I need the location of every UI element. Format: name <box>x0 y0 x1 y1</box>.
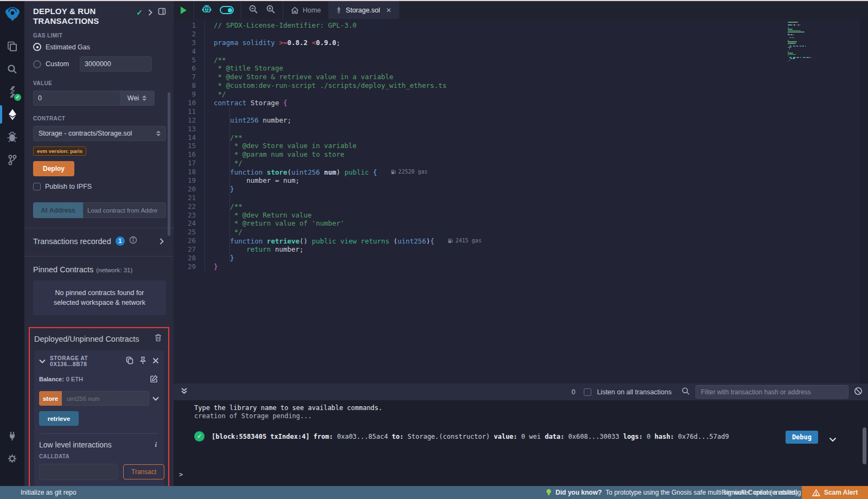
terminal-prompt[interactable]: > <box>179 471 183 478</box>
expand-args-icon[interactable] <box>152 396 159 401</box>
tab-home[interactable]: Home <box>283 1 328 19</box>
panel-title: DEPLOY & RUN TRANSACTIONS <box>33 7 99 26</box>
solidity-compiler-icon[interactable]: ✓ <box>0 80 24 103</box>
line-number: 19 <box>174 176 205 185</box>
search-icon[interactable] <box>0 57 24 80</box>
code-line: 22 /** <box>174 202 482 211</box>
calldata-input[interactable] <box>39 464 118 480</box>
line-number: 4 <box>174 47 205 56</box>
line-number: 13 <box>174 125 205 133</box>
remix-ide-window: ✓ DEPLOY & RUN TRANSACTIONS ✓ <box>0 0 868 499</box>
line-number: 28 <box>174 254 205 263</box>
retrieve-function-button[interactable]: retrieve <box>39 411 79 426</box>
zoom-out-icon[interactable] <box>248 4 258 16</box>
calldata-label: CALLDATA <box>39 453 159 459</box>
code-line: 17 */ <box>174 159 482 168</box>
plugin-manager-icon[interactable] <box>0 424 24 447</box>
unit-stepper-icon <box>142 95 146 101</box>
estimated-gas-radio[interactable]: Estimated Gas <box>33 43 166 51</box>
settings-gear-icon[interactable] <box>0 447 24 470</box>
value-unit-select[interactable]: Wei <box>120 91 155 106</box>
trash-icon[interactable] <box>155 334 162 344</box>
transact-button[interactable]: Transact <box>123 464 164 479</box>
at-address-button[interactable]: At Address <box>33 202 83 218</box>
git-init-button[interactable]: Initialize as git repo <box>0 489 76 496</box>
close-instance-icon[interactable] <box>152 356 159 366</box>
debugger-icon[interactable] <box>0 126 24 149</box>
code-line: 14 /** <box>174 133 482 142</box>
zoom-in-icon[interactable] <box>266 4 276 16</box>
divider <box>24 228 174 228</box>
ai-copilot-robot-icon[interactable] <box>201 4 212 17</box>
file-explorer-icon[interactable] <box>0 35 24 57</box>
code-line: 6 * @title Storage <box>174 64 482 73</box>
copilot-status[interactable]: RemixAI Copilot (enabled) <box>722 489 797 496</box>
debug-button[interactable]: Debug <box>786 431 818 444</box>
clear-filter-icon[interactable] <box>854 387 863 398</box>
collapse-terminal-icon[interactable] <box>181 387 188 397</box>
line-number: 25 <box>174 228 205 236</box>
publish-ipfs-row[interactable]: Publish to IPFS <box>33 183 166 190</box>
balance-label: Balance: <box>39 376 64 382</box>
store-arg-input[interactable] <box>62 391 149 406</box>
deploy-and-run-icon[interactable] <box>0 103 24 126</box>
code-line: 8 * @custom:dev-run-script ./scripts/dep… <box>174 81 482 90</box>
line-number: 5 <box>174 56 205 65</box>
line-number: 2 <box>174 30 205 39</box>
pin-panel-icon[interactable] <box>158 8 166 17</box>
line-number: 6 <box>174 64 205 73</box>
custom-gas-radio[interactable] <box>33 60 41 68</box>
remix-logo-icon[interactable] <box>0 1 24 27</box>
panel-expand-icon[interactable] <box>148 9 152 16</box>
code-line: 5/** <box>174 56 482 65</box>
value-input[interactable] <box>33 91 120 106</box>
listen-all-checkbox[interactable] <box>584 388 591 396</box>
code-line: 25 */ <box>174 228 482 236</box>
contract-label: CONTRACT <box>33 116 166 121</box>
git-icon[interactable] <box>0 149 24 171</box>
filter-transactions-input[interactable] <box>695 385 848 399</box>
chevron-right-icon[interactable] <box>159 238 164 245</box>
line-number: 11 <box>174 107 205 116</box>
store-function-button[interactable]: store <box>39 391 62 406</box>
tx-summary: [block:5583405 txIndex:4] from: 0xa03...… <box>212 433 729 440</box>
contract-select[interactable]: Storage - contracts/Storage.sol <box>33 126 166 141</box>
copy-address-icon[interactable] <box>126 356 133 367</box>
publish-ipfs-checkbox[interactable] <box>33 183 41 190</box>
line-number: 10 <box>174 99 205 107</box>
terminal-message: Type the library name to see available c… <box>174 400 868 412</box>
tab-storage-sol[interactable]: Storage.sol ✕ <box>328 1 399 19</box>
at-address-input[interactable]: Load contract from Addre <box>83 202 166 218</box>
pin-instance-icon[interactable] <box>139 356 146 367</box>
expand-tx-icon[interactable] <box>829 434 837 444</box>
minimap[interactable] <box>788 22 821 62</box>
code-editor[interactable]: 1// SPDX-License-Identifier: GPL-3.023pr… <box>174 19 868 383</box>
copilot-toggle[interactable] <box>220 6 234 14</box>
deploy-button[interactable]: Deploy <box>33 161 74 176</box>
run-script-icon[interactable] <box>181 7 187 14</box>
line-number: 1 <box>174 21 205 30</box>
custom-gas-input[interactable] <box>80 56 152 72</box>
status-bar: Initialize as git repo Did you know? To … <box>0 486 868 499</box>
code-line: 9 */ <box>174 90 482 99</box>
warning-icon <box>812 489 820 496</box>
radio-selected[interactable] <box>33 43 41 51</box>
line-number: 26 <box>174 236 205 245</box>
info-icon[interactable] <box>129 236 137 246</box>
terminal-search-icon[interactable] <box>681 387 690 398</box>
terminal-scrollbar[interactable] <box>863 427 866 464</box>
editor-right-gutter <box>860 19 868 383</box>
low-level-info-icon[interactable]: i <box>155 440 157 449</box>
tx-success-icon: ✓ <box>194 431 205 442</box>
chevron-down-icon[interactable] <box>39 359 46 363</box>
line-number: 22 <box>174 202 205 211</box>
transaction-log-row[interactable]: ✓ [block:5583405 txIndex:4] from: 0xa03.… <box>194 431 835 442</box>
line-number: 20 <box>174 185 205 194</box>
edit-balance-icon[interactable] <box>150 375 158 383</box>
panel-scrollbar[interactable] <box>168 92 170 236</box>
divider <box>24 256 174 257</box>
scam-alert-button[interactable]: Scam Alert <box>802 486 868 499</box>
close-tab-icon[interactable]: ✕ <box>386 7 392 14</box>
terminal[interactable]: Type the library name to see available c… <box>174 400 868 486</box>
transactions-recorded-row[interactable]: Transactions recorded 1 <box>33 236 166 246</box>
